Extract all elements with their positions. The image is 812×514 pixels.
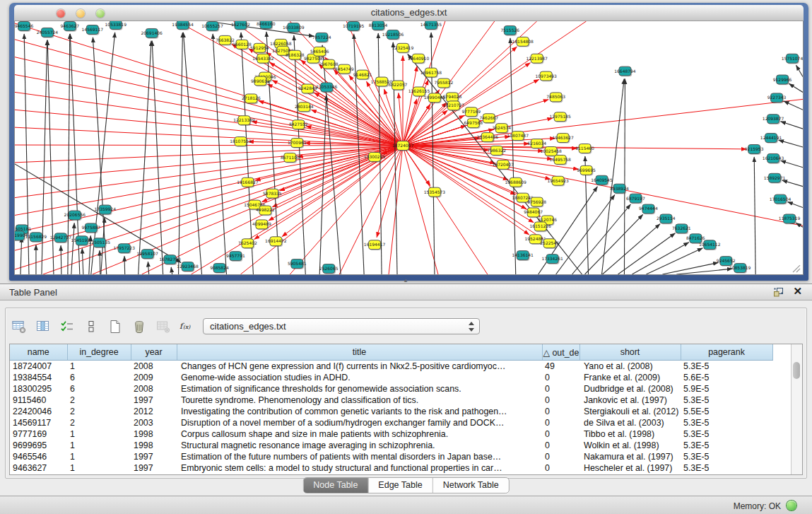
graph-node[interactable]: 8454749 [335,64,354,74]
graph-node[interactable]: 2935114 [657,214,676,224]
column-header[interactable]: △ out_de… [542,344,579,361]
graph-node[interactable]: 2522546 [540,239,559,249]
graph-node[interactable]: 4099489 [252,220,271,230]
show-columns-icon[interactable] [35,319,51,334]
graph-node[interactable]: 20206556 [64,211,86,221]
graph-node[interactable]: 14671355 [420,21,442,30]
graph-node[interactable]: 17957223 [113,244,135,254]
graph-node[interactable]: 9756928 [527,197,546,207]
graph-node[interactable]: 9115460 [575,144,594,154]
table-row[interactable]: 977716911998Corpus callosum shape and si… [10,428,772,440]
function-builder-icon[interactable]: f(x) [180,319,195,334]
graph-node[interactable]: 3624574 [492,124,511,134]
graph-node[interactable]: 16495758 [549,155,571,165]
graph-node[interactable]: 24055724 [37,28,59,37]
graph-node[interactable]: 8186328 [286,50,305,60]
graph-node[interactable]: 14569117 [82,25,104,35]
graph-node[interactable]: 9457791 [226,252,245,262]
graph-node[interactable]: 15892971 [764,173,786,183]
scrollbar-thumb[interactable] [793,362,800,379]
graph-node[interactable]: 7632621 [672,224,691,234]
graph-node[interactable]: 6879197 [626,194,645,204]
graph-node[interactable]: 9660128 [233,40,252,49]
table-row[interactable]: 946554611997Estimation of the future num… [10,451,772,462]
graph-node[interactable]: 7625402 [238,239,257,249]
column-header[interactable]: in_degree [67,344,131,361]
graph-node[interactable]: 15720407 [493,160,514,170]
graph-node[interactable]: 11875319 [779,214,801,224]
network-canvas[interactable]: 1872400794655462405572494636271456911710… [14,21,804,275]
graph-node[interactable]: 15354573 [424,187,446,197]
graph-node[interactable]: 16194417 [364,240,386,250]
graph-node[interactable]: 10655257 [201,21,223,31]
delete-table-icon[interactable] [131,319,147,334]
split-pane-handle[interactable]: ▴ [400,277,411,284]
graph-node[interactable]: 19654923 [547,176,569,186]
graph-node[interactable]: 6822057 [389,81,408,90]
graph-node[interactable]: 16033809 [283,23,305,33]
table-row[interactable]: 1872400712008Changes of HCN gene express… [10,361,772,373]
graph-node[interactable]: 5878335 [263,189,282,199]
graph-node[interactable]: 12213987 [526,54,548,64]
window-titlebar[interactable]: citations_edges.txt [14,5,804,21]
graph-node[interactable]: 12093877 [763,115,784,124]
graph-node[interactable]: 5905481 [288,259,307,269]
graph-node[interactable]: 16154808 [512,37,534,47]
graph-node[interactable]: 9484067 [524,208,543,218]
graph-node[interactable]: 9129966 [773,75,792,85]
graph-node[interactable]: 12213389 [233,116,255,126]
graph-node[interactable]: 8938924 [610,184,629,194]
graph-node[interactable]: 12505135 [89,238,111,248]
graph-node[interactable]: 19463627 [552,134,574,144]
table-row[interactable]: 1456911722003Disruption of a novel membe… [10,417,772,428]
graph-node[interactable]: 4498222 [256,206,275,216]
table-row[interactable]: 1938455462009Genome-wide association stu… [10,372,772,383]
graph-node[interactable]: 19958107 [136,250,158,259]
graph-node[interactable]: 9227343 [767,93,787,103]
graph-node[interactable]: 9699695 [577,165,596,175]
column-header[interactable]: year [131,344,177,361]
tab-edge-table[interactable]: Edge Table [368,478,433,493]
graph-node[interactable]: 16961758 [420,68,442,78]
graph-node[interactable]: 7515526 [500,25,519,35]
graph-node[interactable]: 15751074 [782,54,803,64]
graph-node[interactable]: 7955812 [435,78,454,88]
graph-node[interactable]: 9463627 [61,21,80,31]
tab-node-table[interactable]: Node Table [303,478,368,493]
graph-node[interactable]: 1700961 [288,139,307,148]
graph-node[interactable]: 12923468 [177,262,199,272]
graph-node[interactable]: 2526065 [319,264,339,274]
table-row[interactable]: 969969511998Structural magnetic resonanc… [10,440,772,451]
graph-node[interactable]: 12975185 [549,112,571,122]
graph-node[interactable]: 16210643 [763,153,784,163]
graph-node[interactable]: 8427552 [289,120,308,130]
graph-node[interactable]: 5912954 [250,43,269,53]
graph-node[interactable]: 10719195 [343,21,365,31]
graph-node[interactable]: 12325419 [392,43,414,53]
table-mode-icon[interactable] [11,319,27,334]
graph-node[interactable]: 7485063 [546,93,565,103]
graph-node[interactable]: 19218506 [382,30,404,40]
tab-network-table[interactable]: Network Table [433,478,509,493]
graph-node[interactable]: 9242848 [298,84,317,94]
graph-node[interactable]: 16914472 [265,237,287,247]
graph-node[interactable]: 10533819 [105,21,127,30]
graph-node[interactable]: 8813054 [369,21,388,31]
new-table-icon[interactable] [107,319,123,334]
graph-node[interactable]: 18640910 [408,54,430,64]
graph-node[interactable]: 1527602 [231,21,250,30]
graph-node[interactable]: 17334261 [541,255,563,264]
float-panel-icon[interactable] [772,286,784,298]
table-row[interactable]: 1830029562008Estimation of significance … [10,383,772,395]
create-column-icon[interactable] [83,319,99,334]
column-header[interactable]: short [579,344,681,361]
table-selector-dropdown[interactable]: citations_edges.txt [203,318,480,334]
table-row[interactable]: 911546021997Tourette syndrome. Phenomeno… [10,395,772,406]
graph-node[interactable]: 19166827 [237,177,259,187]
graph-node[interactable]: 9085824 [210,264,229,274]
graph-node[interactable]: 16648794 [614,66,636,76]
table-vertical-scrollbar[interactable] [791,344,802,474]
graph-node[interactable]: 12444191 [760,134,782,144]
graph-node[interactable]: 9465546 [15,21,33,31]
graph-node[interactable]: 9215953 [745,145,764,155]
